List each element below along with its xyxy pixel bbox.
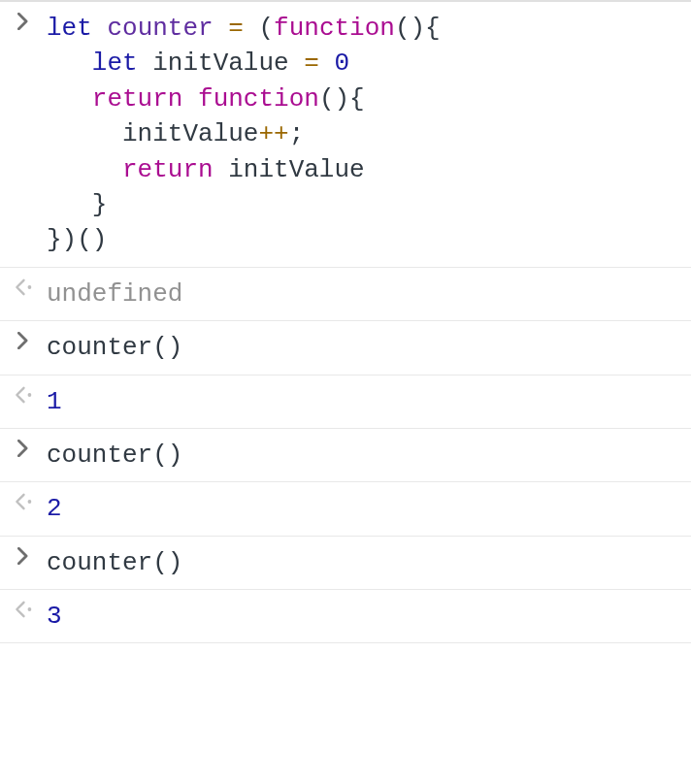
- console-output-row: 3: [0, 589, 691, 643]
- console-input-row: let counter = (function(){ let initValue…: [0, 0, 691, 267]
- console-input-code: counter(): [47, 545, 691, 580]
- input-prompt-icon: [0, 11, 47, 30]
- console-output-value: 2: [47, 491, 691, 526]
- output-result-icon: [0, 491, 47, 510]
- console-input-code: counter(): [47, 438, 691, 473]
- console-output-value: undefined: [47, 277, 691, 311]
- console-input-row: counter(): [0, 320, 691, 374]
- console-output-row: 2: [0, 481, 691, 535]
- output-result-icon: [0, 599, 47, 618]
- input-prompt-icon: [0, 545, 47, 565]
- svg-point-2: [27, 500, 31, 504]
- input-prompt-icon: [0, 330, 47, 349]
- console-input-code: let counter = (function(){ let initValue…: [47, 11, 691, 258]
- console-input-code: counter(): [47, 330, 691, 365]
- svg-point-1: [27, 393, 31, 397]
- output-result-icon: [0, 384, 47, 404]
- output-result-icon: [0, 277, 47, 296]
- svg-point-0: [27, 285, 31, 289]
- console-output-value: 3: [47, 599, 691, 634]
- console-output-value: 1: [47, 384, 691, 419]
- console-output-row: undefined: [0, 267, 691, 320]
- input-prompt-icon: [0, 438, 47, 457]
- console-input-row: counter(): [0, 536, 691, 589]
- console-output-row: 1: [0, 375, 691, 428]
- console-log: let counter = (function(){ let initValue…: [0, 0, 691, 643]
- svg-point-3: [27, 607, 31, 611]
- console-input-row: counter(): [0, 428, 691, 481]
